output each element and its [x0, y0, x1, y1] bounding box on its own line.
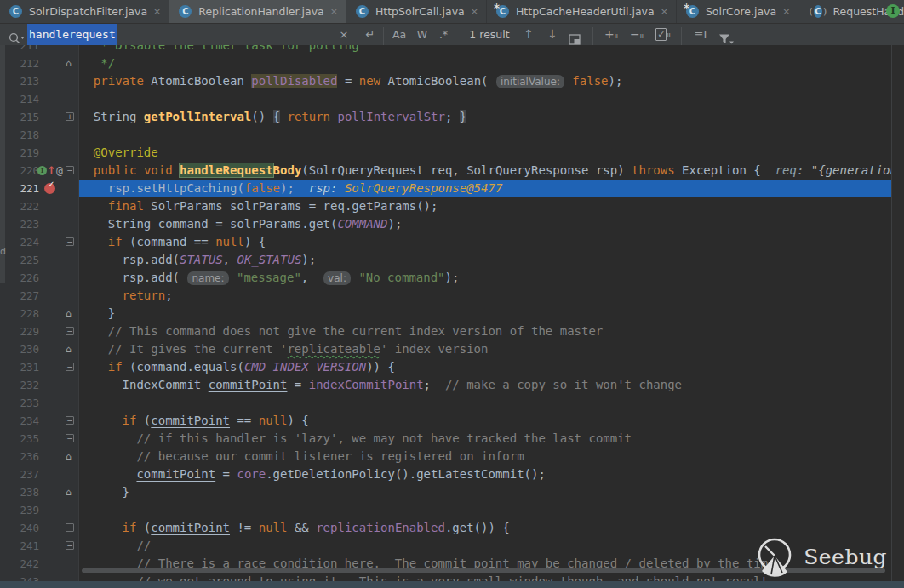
gutter-line-228[interactable]: 228⌂ [0, 305, 78, 323]
code-line-238[interactable]: } [79, 483, 892, 501]
gutter-line-243[interactable]: 243 [0, 573, 78, 581]
fold-marker-icon[interactable]: ⌂ [66, 309, 74, 317]
code-line-228[interactable]: } [79, 305, 892, 323]
gutter-line-231[interactable]: 231− [0, 358, 78, 376]
tab-solrcore-java[interactable]: C∗SolrCore.java× [677, 0, 799, 23]
gutter-line-211[interactable]: 211 [0, 45, 78, 54]
fold-marker-icon[interactable]: − [66, 541, 74, 550]
code-line-223[interactable]: String command = solrParams.get(COMMAND)… [79, 215, 892, 233]
gutter-line-226[interactable]: 226 [0, 269, 78, 287]
words-button[interactable]: W [414, 24, 431, 45]
gutter-line-222[interactable]: 222 [0, 197, 78, 215]
gutter-line-224[interactable]: 224− [0, 233, 78, 251]
gutter-line-230[interactable]: 230⌂ [0, 340, 78, 358]
filter-lines-button[interactable]: ≡I [689, 24, 712, 45]
gutter-line-223[interactable]: 223 [0, 215, 78, 233]
code-line-227[interactable]: return; [79, 287, 892, 305]
fold-marker-icon[interactable]: − [66, 416, 74, 425]
code-line-225[interactable]: rsp.add(STATUS, OK_STATUS); [79, 251, 892, 269]
add-selection-button[interactable]: +ıı [601, 24, 621, 45]
regex-button[interactable]: .* [434, 24, 453, 45]
code-line-235[interactable]: // if this handler is 'lazy', we may not… [79, 430, 892, 448]
close-icon[interactable]: × [153, 6, 161, 17]
gutter-line-219[interactable]: 219 [0, 144, 78, 162]
error-stripe-scrollbar[interactable] [891, 45, 904, 581]
code-line-213[interactable]: private AtomicBoolean pollDisabled = new… [79, 72, 892, 90]
gutter-line-235[interactable]: 235− [0, 430, 78, 448]
gutter-line-229[interactable]: 229− [0, 323, 78, 340]
previous-occurrence-button[interactable]: ↑ [521, 24, 536, 45]
fold-marker-icon[interactable]: ⌂ [66, 345, 74, 353]
code-line-219[interactable]: @Override [79, 144, 892, 162]
gutter-line-236[interactable]: 236⌂ [0, 448, 78, 465]
fold-marker-icon[interactable]: − [66, 434, 74, 442]
gutter-line-239[interactable]: 239 [0, 501, 78, 519]
editor-gutter[interactable]: 211212⌂213214215+218219220I↑@−221✓222223… [0, 45, 79, 581]
gutter-line-225[interactable]: 225 [0, 251, 78, 269]
code-line-230[interactable]: // It gives the current 'replicateable' … [79, 340, 892, 358]
search-input[interactable]: handlerequest [27, 24, 117, 45]
code-line-212[interactable]: */ [79, 54, 892, 72]
next-occurrence-button[interactable]: ↓ [545, 24, 560, 45]
code-line-214[interactable] [79, 90, 892, 108]
fold-marker-icon[interactable]: ⌂ [66, 488, 74, 496]
gutter-line-220[interactable]: 220I↑@− [0, 162, 78, 180]
status-indicator-icon[interactable]: I [886, 4, 900, 18]
close-icon[interactable]: × [661, 6, 668, 17]
execution-line[interactable]: rsp.setHttpCaching(false); rsp: SolrQuer… [79, 180, 892, 197]
gutter-line-241[interactable]: 241− [0, 537, 78, 555]
gutter-line-242[interactable]: 242 [0, 555, 78, 573]
newline-icon[interactable]: ↵ [363, 24, 378, 45]
code-line-231[interactable]: if (command.equals(CMD_INDEX_VERSION)) { [79, 358, 892, 376]
gutter-line-218[interactable]: 218 [0, 126, 78, 144]
code-line-239[interactable] [79, 501, 892, 519]
fold-marker-icon[interactable]: ⌂ [66, 59, 74, 67]
clear-search-icon[interactable]: × [337, 24, 351, 45]
gutter-line-227[interactable]: 227 [0, 287, 78, 305]
fold-marker-icon[interactable]: − [66, 523, 74, 532]
gutter-line-212[interactable]: 212⌂ [0, 54, 78, 72]
gutter-line-232[interactable]: 232 [0, 376, 78, 394]
close-icon[interactable]: × [330, 6, 338, 17]
tab-httpsolrcall-java[interactable]: CHttpSolrCall.java× [346, 0, 487, 23]
close-icon[interactable]: × [782, 6, 790, 17]
code-line-240[interactable]: if (commitPoint != null && replicationEn… [79, 519, 892, 537]
method-marker-icon[interactable]: I [37, 166, 47, 175]
fold-marker-icon[interactable]: − [66, 166, 74, 174]
code-line-233[interactable] [79, 394, 892, 412]
fold-marker-icon[interactable]: − [66, 327, 74, 335]
code-line-232[interactable]: IndexCommit commitPoint = indexCommitPoi… [79, 376, 892, 394]
code-line-226[interactable]: rsp.add( name: "message", val: "No comma… [79, 269, 892, 287]
gutter-line-214[interactable]: 214 [0, 90, 78, 108]
tab-solrdispatchfilter-java[interactable]: CSolrDispatchFilter.java× [0, 0, 169, 23]
code-editor[interactable]: 211212⌂213214215+218219220I↑@−221✓222223… [0, 45, 904, 581]
code-line-229[interactable]: // This command does not give the curren… [79, 323, 892, 340]
select-all-occurrences-button[interactable]: ✓ıı [652, 24, 674, 45]
fold-marker-icon[interactable]: + [66, 112, 74, 121]
code-line-215[interactable]: String getPollInterval() { return pollIn… [79, 108, 892, 126]
gutter-line-215[interactable]: 215+ [0, 108, 78, 126]
tab-httpcacheheaderutil-java[interactable]: C∗HttpCacheHeaderUtil.java× [487, 0, 677, 23]
gutter-line-237[interactable]: 237 [0, 465, 78, 483]
gutter-line-238[interactable]: 238⌂ [0, 483, 78, 501]
code-line-218[interactable] [79, 126, 892, 144]
remove-selection-button[interactable]: −ıı [627, 24, 647, 45]
gutter-line-233[interactable]: 233 [0, 394, 78, 412]
code-line-237[interactable]: commitPoint = core.getDeletionPolicy().g… [79, 465, 892, 483]
gutter-line-234[interactable]: 234− [0, 412, 78, 430]
code-line-224[interactable]: if (command == null) { [79, 233, 892, 251]
tool-window-stripe[interactable]: d [0, 45, 5, 283]
fold-marker-icon[interactable]: − [66, 363, 74, 371]
tab-replicationhandler-java[interactable]: CReplicationHandler.java× [169, 0, 346, 23]
match-case-button[interactable]: Aa [390, 24, 409, 45]
code-line-234[interactable]: if (commitPoint == null) { [79, 412, 892, 430]
close-icon[interactable]: × [471, 6, 478, 17]
gutter-line-240[interactable]: 240− [0, 519, 78, 537]
breakpoint-verified-icon[interactable]: ✓ [44, 183, 55, 194]
code-line-222[interactable]: final SolrParams solrParams = req.getPar… [79, 197, 892, 215]
fold-marker-icon[interactable]: ⌂ [66, 452, 74, 460]
code-area[interactable]: * Disable the timer task for polling */ … [79, 45, 892, 581]
gutter-line-221[interactable]: 221✓ [0, 180, 78, 197]
code-line-211[interactable]: * Disable the timer task for polling [79, 45, 892, 54]
fold-marker-icon[interactable]: − [66, 237, 74, 246]
